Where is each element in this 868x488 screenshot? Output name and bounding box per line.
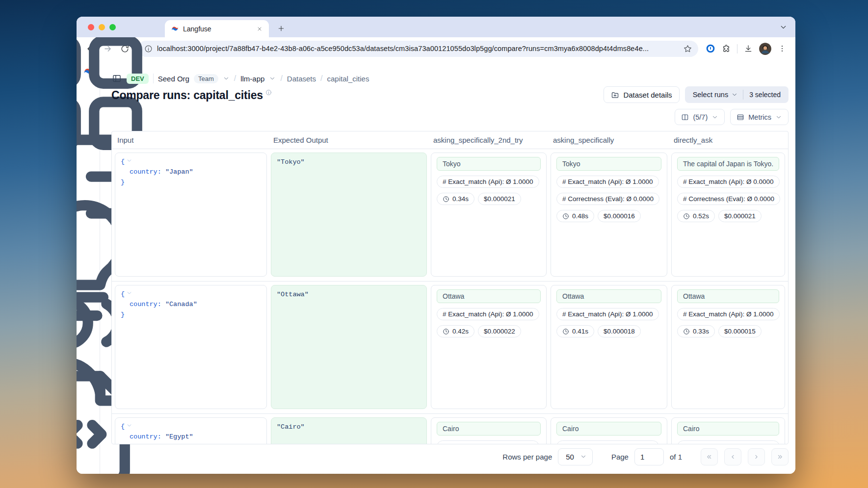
panel-toggle-icon[interactable] (111, 73, 122, 84)
browser-profile-avatar[interactable] (759, 42, 772, 55)
run-cell[interactable]: Cairo# Exact_match (Api): Ø 1.0000 (671, 417, 785, 444)
langfuse-app: DEV Seed Org Team / llm-app / Datasets /… (77, 60, 795, 474)
tab-close-icon[interactable] (255, 25, 264, 33)
run-cell[interactable]: Ottawa# Exact_match (Api): Ø 1.00000.33s… (671, 285, 785, 409)
expected-output-cell[interactable]: "Tokyo" (271, 153, 427, 277)
sidebar-item-file-code[interactable] (77, 420, 93, 437)
run-cell[interactable]: The capital of Japan is Tokyo.# Exact_ma… (671, 153, 785, 277)
collapse-icon[interactable] (126, 157, 132, 164)
run-cell[interactable]: Tokyo# Exact_match (Api): Ø 1.0000# Corr… (551, 153, 667, 277)
cost-badge: $0.000021 (718, 210, 762, 222)
sidebar-item-users[interactable] (77, 336, 93, 353)
json-line: } (121, 442, 261, 444)
password-manager-extension-icon[interactable] (703, 41, 718, 56)
downloads-icon[interactable] (741, 41, 756, 56)
page-label: Page (611, 453, 629, 461)
score-badge: # Exact_match (Api): Ø 1.0000 (677, 308, 780, 320)
run-output: Ottawa (437, 289, 541, 303)
score-badge: # Exact_match (Api): Ø 1.0000 (677, 440, 780, 444)
score-badge: # Exact_match (Api): Ø 1.0000 (437, 440, 539, 444)
score-badge: # Exact_match (Api): Ø 1.0000 (556, 440, 659, 444)
chevron-down-icon[interactable] (269, 75, 276, 82)
latency-badge: 0.34s (437, 193, 474, 205)
last-page-button[interactable] (771, 448, 789, 465)
url-bar[interactable]: localhost:3000/project/7a88fb47-b4e2-43b… (138, 41, 698, 57)
breadcrumb-separator: / (234, 74, 236, 83)
run-output: Cairo (556, 422, 661, 436)
expected-output-cell[interactable]: "Cairo" (271, 417, 427, 444)
select-runs-control[interactable]: Select runs 3 selected (685, 86, 789, 103)
metrics-label: Metrics (748, 113, 771, 121)
breadcrumb-project[interactable]: llm-app (240, 75, 264, 83)
previous-page-button[interactable] (724, 448, 741, 465)
score-badge: # Exact_match (Api): Ø 1.0000 (556, 308, 659, 320)
fullscreen-window-button[interactable] (109, 24, 116, 30)
browser-menu-icon[interactable] (775, 41, 789, 56)
run-output: Cairo (437, 422, 541, 436)
breadcrumb-datasets[interactable]: Datasets (287, 75, 316, 83)
clock-icon (562, 328, 569, 335)
page-input[interactable] (634, 448, 664, 465)
run-cell[interactable]: Tokyo# Exact_match (Api): Ø 1.00000.34s$… (431, 153, 547, 277)
sidebar-item-tracing[interactable] (77, 168, 93, 185)
input-cell[interactable]: {country: "Japan"} (115, 153, 267, 277)
chevron-down-icon (775, 114, 782, 121)
clock-icon (443, 328, 449, 335)
metrics-button[interactable]: Metrics (730, 109, 789, 125)
first-page-button[interactable] (701, 448, 718, 465)
cost-badge: $0.000021 (478, 193, 521, 205)
extensions-puzzle-icon[interactable] (719, 41, 734, 56)
new-tab-button[interactable] (275, 22, 288, 35)
latency-badge: 0.48s (556, 210, 594, 222)
clock-icon (683, 213, 690, 220)
info-icon[interactable] (265, 89, 272, 96)
browser-tab[interactable]: Langfuse (165, 20, 269, 37)
run-cell[interactable]: Cairo# Exact_match (Api): Ø 1.0000 (431, 417, 547, 444)
score-badge: # Exact_match (Api): Ø 1.0000 (437, 308, 539, 320)
json-line: country: "Canada" (121, 300, 261, 310)
folder-icon (611, 91, 619, 99)
json-line: country: "Egypt" (121, 432, 261, 442)
cost-badge: $0.000015 (718, 325, 762, 337)
rows-per-page-select[interactable]: 50 (558, 448, 593, 465)
run-output: Ottawa (677, 289, 779, 303)
columns-icon (681, 113, 689, 121)
expected-output-cell[interactable]: "Ottawa" (271, 285, 427, 409)
browser-toolbar: localhost:3000/project/7a88fb47-b4e2-43b… (77, 37, 795, 60)
run-cell[interactable]: Ottawa# Exact_match (Api): Ø 1.00000.42s… (431, 285, 547, 409)
sidebar-item-dashboard[interactable] (77, 84, 93, 101)
chevron-down-icon[interactable] (223, 75, 230, 82)
breadcrumb-dataset-name[interactable]: capital_cities (327, 75, 369, 83)
tab-search-icon[interactable] (779, 23, 788, 31)
json-line: country: "Japan" (121, 167, 261, 178)
run-cell[interactable]: Ottawa# Exact_match (Api): Ø 1.00000.41s… (551, 285, 667, 409)
latency-badge: 0.33s (677, 325, 715, 337)
org-role-badge: Team (194, 74, 218, 83)
run-cell[interactable]: Cairo# Exact_match (Api): Ø 1.0000 (551, 417, 667, 444)
run-output: Tokyo (437, 157, 541, 171)
column-visibility-button[interactable]: (5/7) (675, 109, 725, 125)
breadcrumb-divider (153, 74, 154, 83)
breadcrumb-org[interactable]: Seed Org (158, 75, 189, 83)
dataset-details-button[interactable]: Dataset details (604, 86, 679, 103)
minimize-window-button[interactable] (99, 24, 105, 30)
latency-badge: 0.52s (677, 210, 715, 222)
input-cell[interactable]: {country: "Egypt"} (115, 417, 267, 444)
rows-icon (736, 113, 744, 121)
next-page-button[interactable] (748, 448, 765, 465)
collapse-icon[interactable] (126, 290, 132, 296)
collapse-icon[interactable] (126, 422, 132, 429)
close-window-button[interactable] (88, 24, 94, 30)
browser-window: Langfuse localhost:3000/project/7a88fb47… (77, 17, 795, 474)
input-cell[interactable]: {country: "Canada"} (115, 285, 267, 409)
table-row: {country: "Canada"}"Ottawa"Ottawa# Exact… (112, 282, 788, 414)
window-controls (88, 24, 116, 30)
page-title: Compare runs: capital_cities (111, 89, 263, 102)
input-json: {country: "Egypt"} (121, 422, 261, 444)
json-line: { (121, 422, 261, 432)
cost-badge: $0.000016 (598, 210, 641, 222)
column-header: asking_specifically_2nd_try (431, 136, 547, 144)
bookmark-star-icon[interactable] (683, 44, 692, 53)
sidebar-item-lightbulb[interactable] (77, 252, 93, 269)
compare-table: InputExpected Outputasking_specifically_… (111, 131, 789, 444)
